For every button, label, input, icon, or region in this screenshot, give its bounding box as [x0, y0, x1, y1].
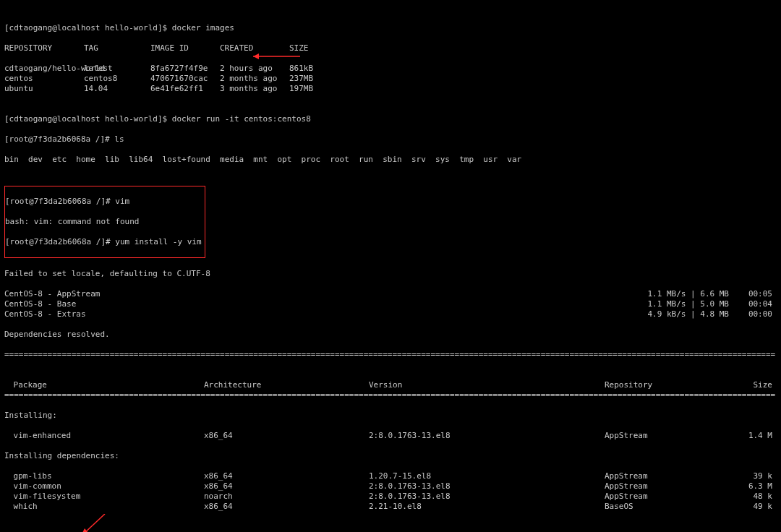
deps-resolved: Dependencies resolved. [4, 330, 777, 340]
repo-line: CentOS-8 - AppStream1.1 MB/s | 6.6 MB00:… [4, 289, 777, 299]
installing-label: Installing: [4, 411, 777, 421]
annotation-arrow-icon [80, 504, 108, 532]
package-row: vim-enhancedx86_642:8.0.1763-13.el8AppSt… [4, 431, 777, 441]
pkg-header: PackageArchitectureVersionRepositorySize [4, 370, 777, 380]
repo-line: CentOS-8 - Extras4.9 kB/s | 4.8 MB00:00 [4, 309, 777, 319]
prompt-vim: [root@7f3da2b6068a /]# vim [5, 197, 202, 207]
images-header: REPOSITORYTAGIMAGE IDCREATEDSIZE [4, 43, 777, 53]
package-row: vim-filesystemnoarch2:8.0.1763-13.el8App… [4, 492, 777, 502]
annotation-arrow-icon [253, 43, 304, 70]
image-row: cdtaogang/hello-worldlatest8fa6727f4f9e2… [4, 64, 777, 74]
divider: ========================================… [4, 350, 777, 360]
prompt-yum-install: [root@7f3da2b6068a /]# yum install -y vi… [5, 237, 202, 247]
image-row: ubuntu14.046e41fe62ff13 months ago197MB [4, 84, 777, 94]
package-row: vim-commonx86_642:8.0.1763-13.el8AppStre… [4, 481, 777, 492]
package-row: whichx86_642.21-10.el8BaseOS49 k [4, 502, 777, 512]
locale-warning: Failed to set locale, defaulting to C.UT… [4, 269, 777, 279]
installing-deps-label: Installing dependencies: [4, 451, 777, 461]
prompt-docker-images: [cdtaogang@localhost hello-world]$ docke… [4, 23, 777, 33]
repo-line: CentOS-8 - Base1.1 MB/s | 5.0 MB00:04 [4, 299, 777, 309]
bash-error: bash: vim: command not found [5, 217, 202, 227]
package-row: gpm-libsx86_641.20.7-15.el8AppStream39 k [4, 471, 777, 481]
divider: ========================================… [4, 390, 777, 400]
highlight-box: [root@7f3da2b6068a /]# vim bash: vim: co… [4, 186, 205, 258]
image-row: centoscentos8470671670cac2 months ago237… [4, 74, 777, 84]
svg-line-2 [83, 514, 105, 532]
prompt-ls: [root@7f3da2b6068a /]# ls [4, 134, 777, 145]
terminal-output[interactable]: [cdtaogang@localhost hello-world]$ docke… [0, 0, 781, 532]
prompt-docker-run: [cdtaogang@localhost hello-world]$ docke… [4, 114, 777, 124]
svg-marker-1 [253, 53, 259, 59]
ls-output: bin dev etc home lib lib64 lost+found me… [4, 155, 777, 165]
